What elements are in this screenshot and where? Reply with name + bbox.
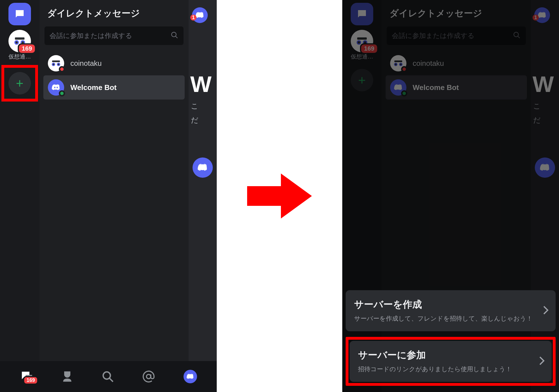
- server-icon-coinotaku[interactable]: 169: [351, 30, 373, 52]
- join-server-subtitle: 招待コードのリンクがありましたら使用しましょう！: [358, 364, 530, 374]
- search-placeholder: 会話に参加または作成する: [50, 31, 132, 40]
- dm-item-coinotaku[interactable]: coinotaku: [386, 51, 527, 75]
- screenshot-right: 169 仮想通… + ダイレクトメッセージ 会話に参加または作成する coino…: [342, 0, 559, 392]
- status-dnd-icon: [59, 66, 65, 72]
- notification-badge: 169: [18, 43, 36, 54]
- search-input[interactable]: 会話に参加または作成する: [44, 26, 184, 45]
- notification-badge: 169: [360, 43, 378, 54]
- peek-text: だ: [191, 115, 198, 125]
- content-peek: 1 W こ だ: [189, 0, 217, 392]
- search-placeholder: 会話に参加または作成する: [392, 31, 475, 40]
- dm-column: ダイレクトメッセージ 会話に参加または作成する coinotaku Welcom…: [39, 0, 189, 392]
- bottom-nav: 169: [0, 361, 217, 392]
- status-online-icon: [59, 90, 65, 96]
- status-online-icon: [401, 90, 407, 96]
- svg-line-3: [109, 378, 113, 382]
- direct-messages-button[interactable]: [351, 3, 373, 25]
- peek-text: こ: [533, 101, 541, 111]
- nav-messages-icon[interactable]: 169: [20, 370, 33, 383]
- peek-text: こ: [191, 101, 198, 111]
- chevron-right-icon: [539, 356, 545, 367]
- peek-badge: 1: [533, 15, 539, 21]
- peek-badge: 1: [190, 15, 196, 21]
- nav-friends-icon[interactable]: [61, 370, 73, 383]
- dm-name: Welcome Bot: [70, 83, 117, 92]
- dm-name: coinotaku: [70, 59, 102, 68]
- server-column: 169 仮想通… +: [0, 0, 39, 392]
- server-label: 仮想通…: [351, 53, 373, 60]
- nav-profile-icon[interactable]: [184, 370, 197, 383]
- create-server-card[interactable]: サーバーを作成 サーバーを作成して、フレンドを招待して、楽しんじゃおう！: [346, 290, 556, 331]
- nav-search-icon[interactable]: [102, 370, 114, 383]
- join-server-card[interactable]: サーバーに参加 招待コードのリンクがありましたら使用しましょう！: [350, 341, 552, 382]
- peek-text: だ: [533, 115, 541, 125]
- svg-line-7: [518, 36, 520, 38]
- screenshot-left: 169 仮想通… + ダイレクトメッセージ 会話に参加または作成する coino…: [0, 0, 217, 392]
- svg-point-4: [147, 374, 151, 379]
- join-server-title: サーバーに参加: [358, 349, 530, 362]
- chevron-right-icon: [543, 305, 549, 316]
- dm-item-welcome-bot[interactable]: Welcome Bot: [386, 75, 527, 100]
- search-input[interactable]: 会話に参加または作成する: [387, 26, 526, 45]
- dm-item-coinotaku[interactable]: coinotaku: [43, 51, 185, 75]
- action-sheet: サーバーを作成 サーバーを作成して、フレンドを招待して、楽しんじゃおう！ サーバ…: [342, 290, 559, 392]
- server-label: 仮想通…: [8, 53, 31, 60]
- direct-messages-button[interactable]: [8, 3, 31, 25]
- peek-title-fragment: W: [533, 71, 554, 97]
- join-server-highlight: サーバーに参加 招待コードのリンクがありましたら使用しましょう！: [346, 337, 556, 386]
- dm-item-welcome-bot[interactable]: Welcome Bot: [43, 75, 185, 100]
- dm-header-title: ダイレクトメッセージ: [386, 6, 527, 26]
- svg-line-1: [176, 36, 178, 38]
- plus-icon: +: [358, 73, 366, 88]
- add-server-button[interactable]: +: [351, 69, 373, 91]
- status-dnd-icon: [401, 66, 407, 72]
- search-icon: [513, 31, 521, 40]
- arrow-right-icon: [247, 174, 312, 218]
- server-icon-coinotaku[interactable]: 169: [8, 30, 31, 52]
- svg-point-2: [103, 372, 110, 379]
- arrow-divider: [217, 0, 342, 392]
- dm-name: coinotaku: [413, 59, 444, 68]
- search-icon: [171, 31, 178, 40]
- notification-badge: 169: [23, 376, 38, 385]
- avatar: [390, 79, 406, 96]
- nav-mentions-icon[interactable]: [142, 370, 155, 383]
- dm-header-title: ダイレクトメッセージ: [43, 6, 185, 26]
- plus-icon: +: [16, 76, 24, 91]
- peek-avatar: [193, 157, 213, 178]
- peek-avatar: [535, 157, 555, 178]
- avatar: [390, 55, 406, 71]
- add-server-button[interactable]: +: [8, 72, 31, 94]
- svg-marker-5: [247, 174, 312, 218]
- avatar: [48, 55, 64, 71]
- avatar: [48, 79, 64, 96]
- create-server-subtitle: サーバーを作成して、フレンドを招待して、楽しんじゃおう！: [354, 314, 534, 323]
- add-server-highlight: +: [1, 65, 38, 102]
- create-server-title: サーバーを作成: [354, 298, 534, 311]
- svg-point-6: [514, 32, 518, 37]
- dm-name: Welcome Bot: [413, 83, 459, 92]
- svg-point-0: [172, 32, 176, 37]
- peek-title-fragment: W: [190, 71, 212, 97]
